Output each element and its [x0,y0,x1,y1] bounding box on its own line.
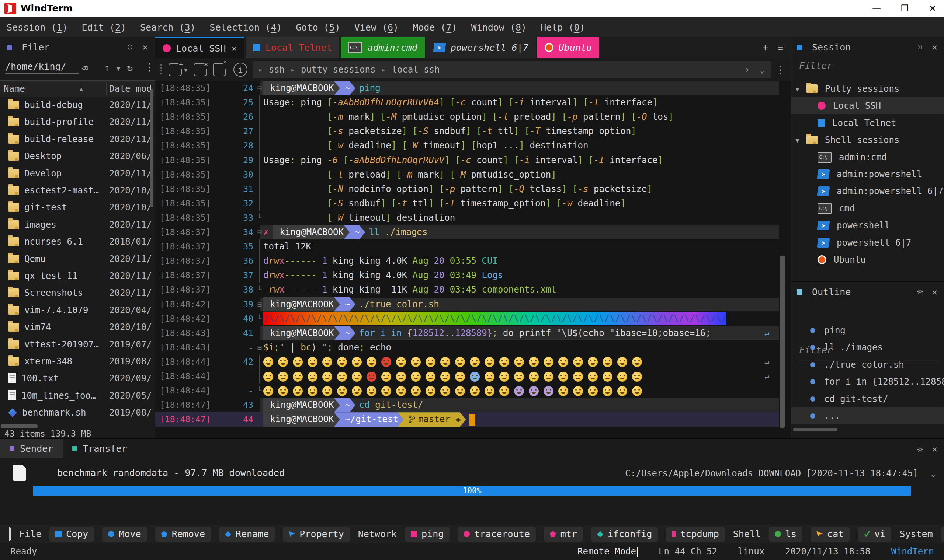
clear-path-icon[interactable]: ⌫ [82,63,88,74]
outline-item[interactable]: ll ./images [791,339,944,356]
toolbar-button-rename[interactable]: Rename [219,527,275,542]
status-mode[interactable]: Remote Mode [577,546,638,557]
tab-close-icon[interactable]: ✕ [231,44,236,53]
file-row[interactable]: Qemu2020/11/ [0,251,155,268]
file-row[interactable]: esctest2-master2020/10/ [0,182,155,199]
session-item-admin-cmd[interactable]: C:\_admin:cmd [791,149,944,166]
close-button[interactable]: ✕ [921,0,944,17]
filer-close-icon[interactable]: ✕ [143,42,148,52]
toolbar-button-move[interactable]: Move [102,527,147,542]
menu-window[interactable]: Window (8) [471,22,527,33]
file-row[interactable]: images2020/11/ [0,216,155,233]
menu-goto[interactable]: Goto (5) [296,22,340,33]
up-directory-icon[interactable]: ↑ [104,62,110,73]
outline-horizontal-scrollbar[interactable] [793,428,838,431]
terminal-scrollbar[interactable] [779,256,785,428]
menu-view[interactable]: View (6) [354,22,399,33]
file-row[interactable]: build-release2020/11/ [0,131,155,148]
file-row[interactable]: 100.txt2020/09/ [0,370,155,387]
filer-settings-gear-icon[interactable]: ☼ [127,41,133,54]
file-row[interactable]: qx_test_112020/11/ [0,268,155,285]
sender-close-icon[interactable]: ✕ [932,444,937,456]
tab-local-telnet[interactable]: Local Telnet [245,37,339,58]
breadcrumb-item-local-ssh[interactable]: local ssh [392,65,440,75]
file-row[interactable]: Develop2020/11/ [0,165,155,182]
tab-admin-cmd[interactable]: C:\_admin:cmd [341,37,424,58]
outline-item[interactable]: ping [791,322,944,339]
status-datetime[interactable]: 2020/11/13 18:58 [785,546,870,557]
toolbar-button-tcpdump[interactable]: tcpdump [666,527,725,542]
session-item-admin-powershell-6-7[interactable]: ≻admin:powershell 6|7 [791,183,944,200]
transfer-expand-icon[interactable]: ⌄ [931,468,936,478]
session-info-icon[interactable]: i [233,63,247,77]
file-row[interactable]: benchmark.sh2019/08/ [0,404,155,421]
file-row[interactable]: xterm-3482019/08/ [0,353,155,370]
breadcrumb-dropdown-icon[interactable]: ⌄ [760,65,765,75]
filer-vertical-scrollbar[interactable] [150,89,153,207]
menu-mode[interactable]: Mode (7) [413,22,457,33]
toolbar-button-ping[interactable]: ping [405,527,449,542]
tab-list-icon[interactable]: ≡ [778,42,783,53]
menu-help[interactable]: Help (0) [541,22,585,33]
column-header-name[interactable]: Name [4,84,25,94]
file-row[interactable]: vttest-201907102019/07/ [0,336,155,353]
fold-marker-icon[interactable]: ⊟ [256,81,264,95]
tab-local-ssh[interactable]: Local SSH✕ [155,37,244,58]
terminal-output[interactable]: [18:48:35]24⊟king@MACBOOK~ping[18:48:35]… [155,81,791,438]
status-os[interactable]: linux [738,546,764,557]
expand-arrow-icon[interactable]: ▼ [795,136,804,144]
menu-search[interactable]: Search (3) [140,22,196,33]
new-tab-icon[interactable]: + [168,63,182,76]
fold-marker-icon[interactable]: ⊟ [256,297,264,312]
session-item-powershell[interactable]: ≻powershell [791,217,944,234]
column-header-date[interactable]: Date mod [109,84,152,94]
file-row[interactable]: Desktop2020/06/ [0,148,155,165]
status-cursor-position[interactable]: Ln 44 Ch 52 [659,546,717,557]
filer-more-icon[interactable]: ⋮ [145,61,155,73]
toolbar-button-property[interactable]: Property [283,527,350,542]
sender-tab-transfer[interactable]: Transfer [63,439,136,458]
menu-session[interactable]: Session (1) [7,22,68,33]
session-item-cmd[interactable]: C:\_cmd [791,200,944,217]
minimize-button[interactable]: — [865,0,888,17]
session-item-local-ssh[interactable]: Local SSH [791,97,944,114]
new-tab-dropdown-icon[interactable]: ▼ [184,66,188,73]
toolbar-button-ifconfig[interactable]: ifconfig [591,527,658,542]
up-dropdown-icon[interactable]: ▼ [117,65,120,72]
outline-item[interactable]: ./true_color.sh [791,356,944,373]
file-row[interactable]: git-test2020/10/ [0,199,155,216]
breadcrumb[interactable]: ▸ ssh ▸ putty sessions ▸ local ssh › ⌄ [253,61,771,78]
expand-arrow-icon[interactable]: ▼ [795,85,804,93]
file-row[interactable]: vim742020/10/ [0,319,155,335]
file-row[interactable]: vim-7.4.10792020/04/ [0,302,155,319]
toolbar-button-mtr[interactable]: mtr [544,527,583,542]
toolbar-button-copy[interactable]: Copy [49,527,94,542]
session-item-local-telnet[interactable]: Local Telnet [791,115,944,132]
filer-horizontal-scrollbar[interactable] [1,425,38,428]
toolbar-button-remove[interactable]: Remove [155,527,211,542]
maximize-button[interactable]: ❐ [893,0,916,17]
refresh-icon[interactable]: ↻ [127,62,133,73]
session-close-icon[interactable]: ✕ [932,42,937,52]
file-row[interactable]: ncurses-6.12018/01/ [0,233,155,250]
session-group-putty-sessions[interactable]: ▼Putty sessions [791,80,944,97]
file-row[interactable]: build-profile2020/11/ [0,114,155,131]
add-tab-icon[interactable]: + [762,42,768,54]
sender-settings-gear-icon[interactable]: ☼ [917,444,923,456]
fold-marker-icon[interactable]: ⊟ [256,225,264,240]
tab-ubuntu[interactable]: Ubuntu [537,37,599,58]
file-row[interactable]: Screenshots2020/11/ [0,285,155,302]
toolbar-button-cat[interactable]: cat [810,527,850,542]
menu-edit[interactable]: Edit (2) [82,22,126,33]
outline-close-icon[interactable]: ✕ [932,287,937,297]
session-item-powershell-6-7[interactable]: ≻powershell 6|7 [791,234,944,251]
sort-ascending-icon[interactable]: ▲ [80,86,83,92]
session-filter-input[interactable]: Filter [791,57,944,76]
session-item-admin-powershell[interactable]: ≻admin:powershell [791,166,944,183]
outline-item[interactable]: for i in {128512..128589} [791,373,944,390]
session-group-shell-sessions[interactable]: ▼Shell sessions [791,132,944,148]
toolbar-button-vi[interactable]: vi [858,527,891,542]
outline-settings-gear-icon[interactable]: ☼ [917,286,923,298]
close-tab-icon[interactable]: × [194,63,207,76]
outline-item[interactable]: ... [791,408,944,425]
